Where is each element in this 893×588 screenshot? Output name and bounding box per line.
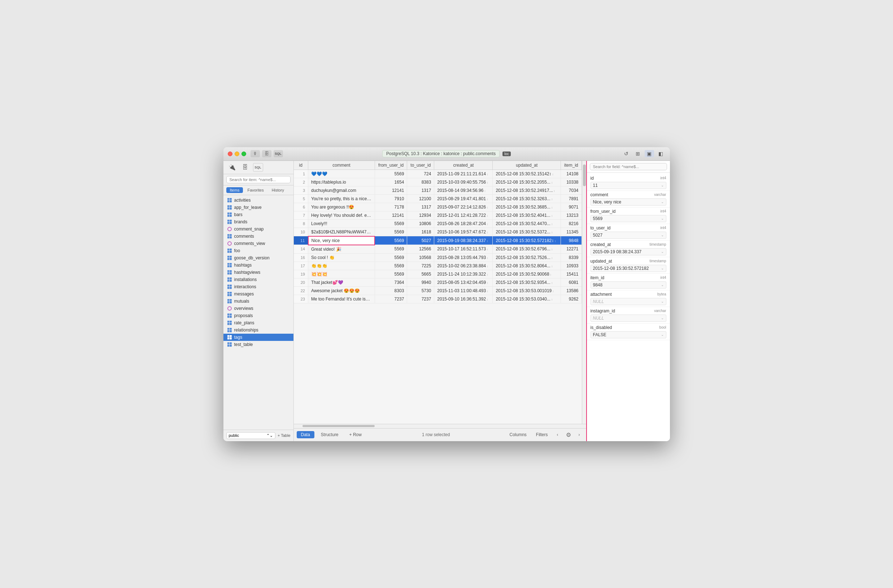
sidebar-item-hashtags[interactable]: hashtags <box>223 261 293 269</box>
sidebar-item-comment_snap[interactable]: comment_snap <box>223 225 293 232</box>
tab-items[interactable]: Items <box>226 187 243 193</box>
sql-nav-icon[interactable]: SQL <box>253 163 263 172</box>
cell-comment[interactable]: Awesome jacket 😍😍😍 <box>308 286 375 295</box>
sidebar-item-installations[interactable]: installations <box>223 276 293 283</box>
panel-left-icon[interactable]: ▣ <box>645 150 654 157</box>
col-header-from_user_id[interactable]: from_user_id <box>375 161 407 170</box>
schema-selector[interactable]: public ⌃⌄ <box>226 432 275 439</box>
sidebar-item-comments[interactable]: comments <box>223 232 293 240</box>
cell-comment[interactable]: That jacket💕💜 <box>308 278 375 286</box>
field-value-row[interactable]: 11⌄ <box>591 182 666 189</box>
table-row[interactable]: 7Hey lovely! You should def. enter the C… <box>294 211 582 219</box>
cell-comment[interactable]: Me too Fernanda! It's cute isn't it 😊😍 x <box>308 295 375 303</box>
sidebar-item-comments_view[interactable]: comments_view <box>223 240 293 247</box>
cell-comment[interactable]: https://tableplus.io <box>308 178 375 186</box>
col-header-to_user_id[interactable]: to_user_id <box>407 161 434 170</box>
table-row[interactable]: 3duchuykun@gmail.com1214113172015-08-14 … <box>294 186 582 194</box>
cell-comment[interactable]: So cool ! 👏 <box>308 253 375 261</box>
cell-comment[interactable]: duchuykun@gmail.com <box>308 186 375 194</box>
cell-comment[interactable]: Nice, very nice <box>308 236 375 245</box>
cell-comment[interactable]: 💥💥💥 <box>308 270 375 278</box>
sidebar-item-tags[interactable]: tags <box>223 334 293 341</box>
table-row[interactable]: 10$2a$10$HZLN88PNuWWi47uS91lb8dR98ljt0kb… <box>294 228 582 236</box>
cell-comment[interactable]: You're so pretty, this is a nice ni gorg… <box>308 194 375 203</box>
sidebar-item-proposals[interactable]: proposals <box>223 312 293 319</box>
table-row[interactable]: 22Awesome jacket 😍😍😍830357302015-11-03 1… <box>294 286 582 295</box>
cell-comment[interactable]: $2a$10$HZLN88PNuWWi47uS91lb8dR98ljt0kbly… <box>308 228 375 236</box>
table-row[interactable]: 23Me too Fernanda! It's cute isn't it 😊😍… <box>294 295 582 303</box>
field-value-row[interactable]: NULL⌄ <box>591 315 666 322</box>
col-header-created_at[interactable]: created_at <box>434 161 493 170</box>
table-row[interactable]: 8Lovely!!!5569108062015-08-26 18:28:47.2… <box>294 219 582 228</box>
right-panel-search-input[interactable] <box>590 163 667 170</box>
table-scroll-area[interactable]: id comment from_user_id to_user_id creat… <box>294 161 582 424</box>
sql-icon[interactable]: SQL <box>274 150 283 157</box>
sidebar-item-mutuals[interactable]: mutuals <box>223 298 293 305</box>
field-value-row[interactable]: Nice, very nice⌄ <box>591 198 666 206</box>
close-button[interactable] <box>228 152 233 156</box>
col-header-comment[interactable]: comment <box>308 161 375 170</box>
sidebar-item-foo[interactable]: foo <box>223 247 293 254</box>
table-row[interactable]: 5You're so pretty, this is a nice ni gor… <box>294 194 582 203</box>
table-row[interactable]: 2https://tableplus.io165483832015-10-03 … <box>294 178 582 186</box>
table-row[interactable]: 11Nice, very nice556950272015-09-19 08:3… <box>294 236 582 245</box>
tab-favorites[interactable]: Favorites <box>244 187 267 193</box>
field-value-row[interactable]: NULL⌄ <box>591 298 666 305</box>
connection-icon[interactable]: 🔌 <box>227 163 237 172</box>
filters-button[interactable]: Filters <box>532 431 552 438</box>
sidebar-item-app_for_leave[interactable]: app_for_leave <box>223 204 293 211</box>
add-table-button[interactable]: + Table <box>278 433 290 438</box>
sidebar-item-bars[interactable]: bars <box>223 211 293 218</box>
grid-icon[interactable]: ⊞ <box>633 150 642 157</box>
cell-comment[interactable]: 💙💙💙 <box>308 170 375 178</box>
sidebar-item-rate_plans[interactable]: rate_plans <box>223 319 293 327</box>
col-header-item_id[interactable]: item_id <box>561 161 582 170</box>
cell-comment[interactable]: Lovely!!! <box>308 219 375 228</box>
table-row[interactable]: 20That jacket💕💜736499402015-08-05 13:42:… <box>294 278 582 286</box>
sidebar-item-hashtagviews[interactable]: hashtagviews <box>223 269 293 276</box>
sidebar-item-interactions[interactable]: interactions <box>223 283 293 290</box>
sidebar-search-input[interactable] <box>226 176 290 183</box>
tab-history[interactable]: History <box>268 187 288 193</box>
sidebar-item-brands[interactable]: brands <box>223 218 293 225</box>
sidebar-item-test_table[interactable]: test_table <box>223 341 293 348</box>
refresh-icon[interactable]: ↺ <box>622 150 631 157</box>
cell-comment[interactable]: 👏👏👏 <box>308 261 375 270</box>
sidebar-item-overviews[interactable]: overviews <box>223 305 293 312</box>
table-row[interactable]: 19💥💥💥556956652015-11-24 10:12:39.322↕201… <box>294 270 582 278</box>
prev-page-icon[interactable]: ‹ <box>554 431 562 439</box>
table-row[interactable]: 6You are gorgeous !!😍717813172015-09-07 … <box>294 203 582 211</box>
next-page-icon[interactable]: › <box>575 431 583 439</box>
settings-icon[interactable]: ⚙ <box>564 430 573 440</box>
field-value-row[interactable]: FALSE⌄ <box>591 331 666 338</box>
vertical-scrollbar[interactable] <box>582 161 586 424</box>
panel-right-icon[interactable]: ◧ <box>656 150 666 157</box>
cell-comment[interactable]: You are gorgeous !!😍 <box>308 203 375 211</box>
maximize-button[interactable] <box>242 152 246 156</box>
cell-comment[interactable]: Hey lovely! You should def. enter the Ch… <box>308 211 375 219</box>
field-value-row[interactable]: 2015-09-19 08:38:24.337⌄ <box>591 248 666 255</box>
table-row[interactable]: 14Great video! 🎉5569125662015-10-17 16:5… <box>294 245 582 254</box>
tab-data[interactable]: Data <box>297 431 314 438</box>
table-row[interactable]: 16So cool ! 👏5569105682015-08-28 13:05:4… <box>294 253 582 261</box>
database-nav-icon[interactable]: 🗄 <box>240 163 250 172</box>
field-value-row[interactable]: 2015-12-08 15:30:52.572182⌄ <box>591 265 666 272</box>
field-value-row[interactable]: 9848⌄ <box>591 281 666 289</box>
sidebar-item-activities[interactable]: activities <box>223 196 293 204</box>
sidebar-item-relationships[interactable]: relationships <box>223 327 293 334</box>
table-row[interactable]: 1💙💙💙55697242015-11-09 21:11:21.614↕2015-… <box>294 170 582 178</box>
table-row[interactable]: 17👏👏👏556972252015-10-02 06:23:38.884↕201… <box>294 261 582 270</box>
minimize-button[interactable] <box>235 152 239 156</box>
field-value-row[interactable]: 5027⌄ <box>591 232 666 239</box>
columns-button[interactable]: Columns <box>506 431 530 438</box>
field-value-row[interactable]: 5569⌄ <box>591 215 666 222</box>
col-header-id[interactable]: id <box>294 161 308 170</box>
cell-comment[interactable]: Great video! 🎉 <box>308 245 375 254</box>
tab-add-row[interactable]: + Row <box>345 431 366 438</box>
sidebar-item-goose_db_version[interactable]: goose_db_version <box>223 254 293 261</box>
tab-structure[interactable]: Structure <box>317 431 343 438</box>
database-icon[interactable]: 🗄 <box>262 150 271 157</box>
sidebar-item-messages[interactable]: messages <box>223 290 293 298</box>
horizontal-scrollbar[interactable] <box>294 424 586 428</box>
microphone-icon[interactable]: 🎙 <box>251 150 260 157</box>
